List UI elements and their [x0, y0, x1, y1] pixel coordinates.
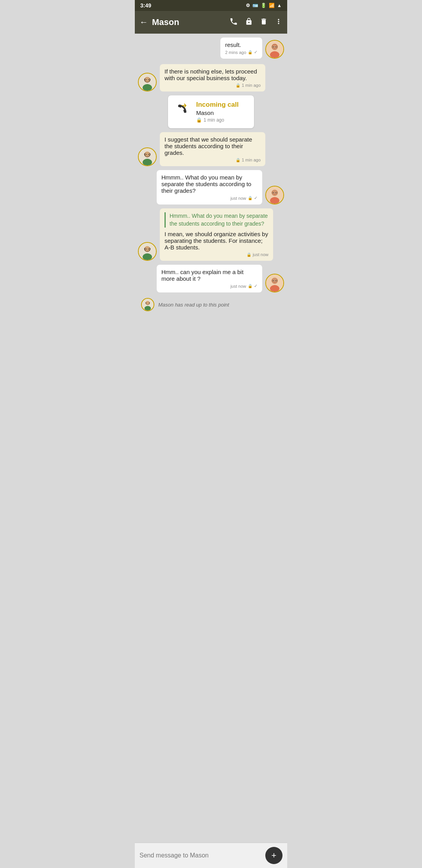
message-text: Hmm.. can you explain me a bit more abou… — [161, 269, 243, 282]
svg-point-24 — [275, 192, 276, 193]
quoted-text: Hmmm.. What do you mean by separate the … — [165, 212, 268, 228]
call-contact-name: Mason — [196, 109, 239, 116]
chat-header: ← Mason — [135, 11, 287, 34]
svg-point-34 — [272, 278, 277, 283]
message-meta: 🔒 just now — [165, 252, 268, 257]
message-meta: 2 mins ago 🔒 ✓ — [225, 50, 257, 55]
avatar — [265, 274, 284, 292]
lock-icon: 🔒 — [247, 253, 251, 257]
back-button[interactable]: ← — [139, 17, 148, 27]
read-receipt-text: Mason has read up to this point — [158, 302, 229, 308]
call-info: Incoming call Mason 🔒 1 min ago — [196, 101, 239, 123]
message-time: just now — [231, 196, 246, 201]
battery-icon: 🔋 — [261, 3, 266, 8]
message-time: 1 min ago — [242, 83, 261, 88]
delete-button[interactable] — [260, 18, 268, 27]
read-receipt-row: Mason has read up to this point — [138, 296, 284, 313]
message-text: Hmmm.. What do you mean by separate the … — [161, 174, 251, 194]
check-icon: ✓ — [254, 50, 257, 55]
message-text: result. — [225, 41, 241, 48]
status-bar: 3:49 ⚙ 🪪 🔋 📶 ▲ — [135, 0, 287, 11]
svg-point-29 — [146, 249, 147, 249]
svg-point-12 — [148, 79, 149, 80]
svg-point-6 — [275, 47, 276, 47]
svg-point-17 — [146, 154, 147, 155]
svg-point-39 — [145, 306, 151, 311]
message-row: Hmmm.. What do you mean by separate the … — [138, 208, 284, 261]
svg-point-28 — [145, 247, 150, 251]
message-text: I suggest that we should separate the st… — [165, 136, 252, 156]
svg-point-4 — [272, 45, 277, 49]
message-meta: just now 🔒 ✓ — [161, 195, 257, 201]
avatar — [138, 73, 157, 91]
settings-icon: ⚙ — [246, 3, 250, 8]
svg-point-30 — [148, 249, 149, 249]
call-notification-row: Incoming call Mason 🔒 1 min ago — [138, 95, 284, 128]
avatar — [138, 147, 157, 166]
wifi-icon: ▲ — [277, 3, 282, 8]
svg-point-11 — [146, 79, 147, 80]
status-icons: ⚙ 🪪 🔋 📶 ▲ — [246, 3, 282, 8]
lock-icon: 🔒 — [248, 50, 252, 54]
signal-icon: 📶 — [269, 3, 275, 8]
call-meta: 🔒 1 min ago — [196, 117, 239, 123]
message-bubble: Hmm.. can you explain me a bit more abou… — [157, 265, 262, 292]
lock-button[interactable] — [245, 18, 253, 27]
header-action-icons — [229, 17, 283, 28]
avatar — [265, 40, 284, 59]
message-meta: 🔒 1 min ago — [165, 83, 261, 88]
avatar — [265, 186, 284, 204]
message-time: 1 min ago — [242, 158, 261, 162]
incoming-call-card: Incoming call Mason 🔒 1 min ago — [168, 95, 254, 128]
avatar — [138, 242, 157, 261]
svg-point-22 — [272, 190, 277, 195]
call-button[interactable] — [229, 17, 238, 28]
message-time: just now — [253, 252, 268, 257]
svg-point-23 — [273, 192, 274, 193]
svg-point-10 — [145, 77, 150, 82]
call-title: Incoming call — [196, 101, 239, 109]
message-meta: just now 🔒 ✓ — [161, 283, 257, 289]
svg-point-18 — [148, 154, 149, 155]
message-row: Hmm.. can you explain me a bit more abou… — [138, 265, 284, 292]
status-time: 3:49 — [140, 2, 151, 9]
check-icon: ✓ — [254, 283, 257, 289]
message-bubble: I suggest that we should separate the st… — [160, 132, 265, 166]
lock-icon: 🔒 — [236, 158, 240, 162]
sim-icon: 🪪 — [252, 3, 258, 8]
more-options-button[interactable] — [275, 18, 283, 27]
lock-icon: 🔒 — [248, 284, 252, 288]
message-row: I suggest that we should separate the st… — [138, 132, 284, 166]
message-bubble-with-quote: Hmmm.. What do you mean by separate the … — [160, 208, 273, 261]
svg-point-35 — [273, 280, 274, 281]
read-receipt-avatar — [141, 298, 154, 311]
lock-icon: 🔒 — [236, 83, 240, 88]
call-lock-icon: 🔒 — [196, 117, 202, 123]
contact-name: Mason — [152, 17, 225, 27]
message-row: Hmmm.. What do you mean by separate the … — [138, 170, 284, 204]
svg-point-36 — [275, 280, 276, 281]
message-time: 2 mins ago — [225, 50, 246, 55]
svg-point-16 — [145, 152, 150, 157]
message-row: result. 2 mins ago 🔒 ✓ — [138, 38, 284, 59]
lock-icon: 🔒 — [248, 196, 252, 200]
message-row: If there is nothing else, lets proceed w… — [138, 64, 284, 91]
message-text: If there is nothing else, lets proceed w… — [165, 68, 257, 81]
call-time: 1 min ago — [204, 117, 224, 123]
check-icon: ✓ — [254, 195, 257, 201]
incoming-call-icon — [175, 102, 191, 121]
svg-point-40 — [146, 301, 149, 305]
svg-point-5 — [273, 47, 274, 47]
message-time: just now — [231, 284, 246, 289]
message-bubble: Hmmm.. What do you mean by separate the … — [157, 170, 262, 204]
message-bubble: If there is nothing else, lets proceed w… — [160, 64, 265, 91]
message-meta: 🔒 1 min ago — [165, 158, 261, 162]
message-text: I mean, we should organize activities by… — [165, 231, 268, 251]
message-bubble: result. 2 mins ago 🔒 ✓ — [220, 38, 262, 59]
chat-area: result. 2 mins ago 🔒 ✓ — [135, 34, 287, 352]
